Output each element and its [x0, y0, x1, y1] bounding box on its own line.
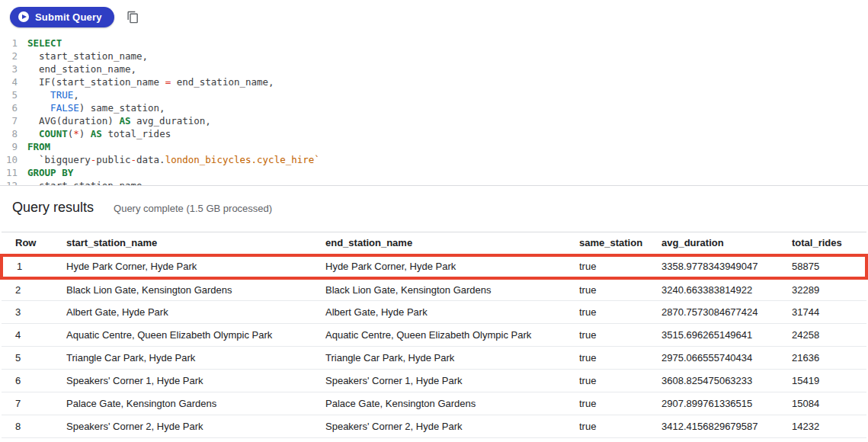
code-text: AVG(duration) AS avg_duration,	[27, 114, 211, 127]
table-cell: 2907.899761336515	[661, 392, 792, 415]
sql-editor[interactable]: 1SELECT2 start_station_name,3 end_statio…	[0, 34, 868, 186]
table-cell: 2870.7573084677424	[661, 301, 792, 324]
table-cell: 3358.9778343949047	[661, 255, 792, 278]
query-results-title: Query results	[12, 200, 94, 216]
table-cell: 1	[2, 255, 66, 278]
submit-query-button[interactable]: Submit Query	[10, 7, 114, 27]
code-line: 10 `bigquery-public-data.london_bicycles…	[0, 153, 868, 166]
line-number: 2	[0, 50, 27, 62]
play-icon	[18, 11, 29, 22]
content-copy-glyph	[127, 10, 139, 24]
code-line: 1SELECT	[0, 37, 868, 50]
table-cell: 21636	[792, 347, 866, 370]
table-cell: Albert Gate, Hyde Park	[66, 301, 325, 324]
code-line: 2 start_station_name,	[0, 50, 868, 62]
table-cell: Palace Gate, Kensington Gardens	[325, 392, 579, 415]
table-cell: 8	[2, 415, 66, 438]
table-cell: Speakers' Corner 2, Hyde Park	[66, 415, 325, 438]
table-cell: 3608.825475063233	[661, 370, 792, 392]
table-cell: Triangle Car Park, Hyde Park	[66, 347, 325, 370]
submit-query-label: Submit Query	[35, 11, 102, 23]
code-line: 12 start_station_name	[0, 179, 868, 186]
code-text: GROUP BY	[27, 166, 73, 179]
table-cell: Triangle Car Park, Hyde Park	[325, 347, 579, 370]
column-header: same_station	[579, 232, 661, 255]
column-header: start_station_name	[66, 232, 325, 255]
code-line: 7 AVG(duration) AS avg_duration,	[0, 114, 868, 127]
table-cell: Black Lion Gate, Kensington Gardens	[66, 278, 325, 301]
table-row[interactable]: 8Speakers' Corner 2, Hyde ParkSpeakers' …	[2, 415, 866, 438]
code-line: 3 end_station_name,	[0, 62, 868, 75]
code-text: start_station_name,	[27, 50, 148, 62]
code-text: TRUE,	[27, 88, 79, 101]
table-row[interactable]: 4Aquatic Centre, Queen Elizabeth Olympic…	[2, 324, 866, 347]
table-cell: 5	[2, 347, 66, 370]
line-number: 6	[0, 101, 27, 114]
line-number: 3	[0, 62, 27, 75]
code-line: 4 IF(start_station_name = end_station_na…	[0, 75, 868, 88]
copy-icon[interactable]	[127, 10, 139, 24]
code-text: `bigquery-public-data.london_bicycles.cy…	[27, 153, 320, 166]
table-cell: true	[579, 301, 661, 324]
table-cell: 2975.066555740434	[661, 347, 792, 370]
code-text: FROM	[27, 140, 50, 153]
table-cell: true	[579, 370, 661, 392]
line-number: 7	[0, 114, 27, 127]
code-line: 6 FALSE) same_station,	[0, 101, 868, 114]
line-number: 12	[0, 179, 27, 186]
table-cell: 24258	[792, 324, 866, 347]
line-number: 9	[0, 140, 27, 153]
code-text: COUNT(*) AS total_rides	[27, 127, 171, 140]
table-cell: true	[579, 392, 661, 415]
code-text: IF(start_station_name = end_station_name…	[27, 75, 274, 88]
table-row[interactable]: 7Palace Gate, Kensington GardensPalace G…	[2, 392, 866, 415]
line-number: 1	[0, 37, 27, 50]
table-cell: 14232	[792, 415, 866, 438]
table-cell: Speakers' Corner 2, Hyde Park	[325, 415, 579, 438]
table-cell: true	[579, 324, 661, 347]
query-results-panel: Query results Query complete (1.5 GB pro…	[0, 186, 868, 438]
table-cell: 2	[2, 278, 66, 301]
table-cell: 31744	[792, 301, 866, 324]
column-header: total_rides	[792, 232, 866, 255]
table-cell: 6	[2, 370, 66, 392]
table-row[interactable]: 1Hyde Park Corner, Hyde ParkHyde Park Co…	[2, 255, 866, 278]
toolbar: Submit Query	[0, 0, 868, 34]
table-cell: Aquatic Centre, Queen Elizabeth Olympic …	[66, 324, 325, 347]
table-cell: 3240.663383814922	[661, 278, 792, 301]
line-number: 10	[0, 153, 27, 166]
results-header: Query results Query complete (1.5 GB pro…	[0, 186, 868, 216]
table-cell: true	[579, 347, 661, 370]
table-row[interactable]: 2Black Lion Gate, Kensington GardensBlac…	[2, 278, 866, 301]
code-text: start_station_name	[27, 179, 143, 186]
table-cell: Speakers' Corner 1, Hyde Park	[66, 370, 325, 392]
table-cell: 4	[2, 324, 66, 347]
table-cell: true	[579, 278, 661, 301]
table-cell: 15419	[792, 370, 866, 392]
table-cell: Hyde Park Corner, Hyde Park	[66, 255, 325, 278]
line-number: 4	[0, 75, 27, 88]
table-header-row: Rowstart_station_nameend_station_namesam…	[2, 232, 866, 255]
column-header: avg_duration	[661, 232, 792, 255]
code-line: 11GROUP BY	[0, 166, 868, 179]
table-row[interactable]: 6Speakers' Corner 1, Hyde ParkSpeakers' …	[2, 370, 866, 392]
column-header: end_station_name	[325, 232, 579, 255]
line-number: 11	[0, 166, 27, 179]
table-body: 1Hyde Park Corner, Hyde ParkHyde Park Co…	[2, 255, 866, 438]
code-text: FALSE) same_station,	[27, 101, 165, 114]
code-line: 8 COUNT(*) AS total_rides	[0, 127, 868, 140]
table-cell: true	[579, 415, 661, 438]
table-cell: Hyde Park Corner, Hyde Park	[325, 255, 579, 278]
line-number: 8	[0, 127, 27, 140]
table-cell: 3412.4156829679587	[661, 415, 792, 438]
line-number: 5	[0, 88, 27, 101]
table-cell: Aquatic Centre, Queen Elizabeth Olympic …	[325, 324, 579, 347]
table-cell: 32289	[792, 278, 866, 301]
table-cell: 3	[2, 301, 66, 324]
table-cell: 3515.696265149641	[661, 324, 792, 347]
table-cell: 58875	[792, 255, 866, 278]
table-cell: 15084	[792, 392, 866, 415]
table-row[interactable]: 3Albert Gate, Hyde ParkAlbert Gate, Hyde…	[2, 301, 866, 324]
table-row[interactable]: 5Triangle Car Park, Hyde ParkTriangle Ca…	[2, 347, 866, 370]
table-cell: Speakers' Corner 1, Hyde Park	[325, 370, 579, 392]
